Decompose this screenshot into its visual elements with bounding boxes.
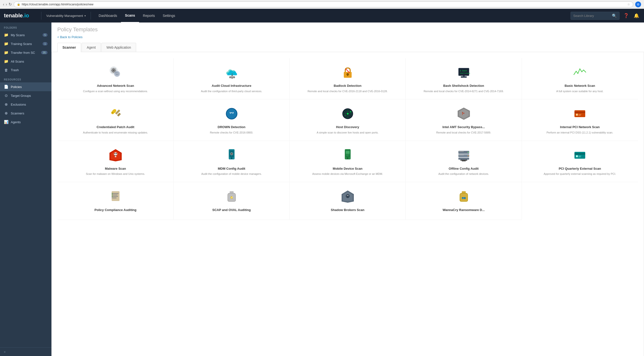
policy-icon-wannacry: ! • bbox=[455, 188, 472, 205]
sidebar-label-exclusions: Exclusions bbox=[11, 103, 26, 106]
tab-agent[interactable]: Agent bbox=[82, 43, 101, 52]
sidebar-badge-transfer: 35 bbox=[41, 51, 48, 54]
policy-card-policy-compliance[interactable]: Policy Compliance Auditing bbox=[58, 182, 174, 220]
logo[interactable]: tenable.io bbox=[4, 12, 33, 19]
sidebar-label-target-groups: Target Groups bbox=[11, 94, 31, 98]
policy-name-intel-amt: Intel AMT Security Bypass... bbox=[442, 125, 485, 129]
svg-rect-62 bbox=[346, 151, 350, 154]
svg-text:$ bash: $ bash bbox=[460, 70, 467, 72]
policy-desc-badlock: Remote and local checks for CVE-2016-211… bbox=[308, 89, 388, 93]
search-input[interactable] bbox=[573, 14, 610, 18]
policy-desc-mdm-config: Audit the configuration of mobile device… bbox=[201, 172, 262, 176]
policy-name-host-discovery: Host Discovery bbox=[336, 125, 359, 129]
policy-card-credentialed-patch[interactable]: Credentialed Patch Audit Authenticate to… bbox=[58, 99, 174, 141]
svg-point-96 bbox=[464, 197, 466, 199]
policy-card-badlock[interactable]: Badlock Detection Remote and local check… bbox=[290, 58, 406, 99]
browser-bar: ‹ › ↻ 🔒 https://cloud.tenable.com/app.ht… bbox=[0, 0, 644, 9]
sidebar-label-policies: Policies bbox=[11, 85, 22, 89]
policy-desc-malware: Scan for malware on Windows and Unix sys… bbox=[86, 172, 145, 176]
tab-web-application[interactable]: Web Application bbox=[101, 43, 136, 52]
sidebar-item-training-scans[interactable]: 📁 Training Scans 1 bbox=[0, 39, 52, 48]
policy-card-drown[interactable]: DROWN Detection Remote checks for CVE-20… bbox=[174, 99, 290, 141]
svg-rect-75 bbox=[574, 153, 585, 155]
svg-rect-15 bbox=[463, 76, 465, 77]
svg-rect-41 bbox=[576, 114, 578, 116]
nav-reports[interactable]: Reports bbox=[139, 9, 159, 22]
policy-name-pci-quarterly: PCI Quarterly External Scan bbox=[559, 167, 601, 171]
help-icon[interactable]: ❓ bbox=[622, 12, 630, 19]
policy-desc-drown: Remote checks for CVE-2016-0800. bbox=[210, 131, 253, 135]
search-box[interactable]: 🔍 bbox=[570, 12, 620, 20]
resources-label: RESOURCES bbox=[0, 74, 52, 82]
nav-divider bbox=[41, 12, 42, 19]
svg-point-85 bbox=[112, 194, 113, 195]
sidebar-item-policies[interactable]: 📄 Policies bbox=[0, 82, 52, 91]
app-wrapper: FOLDERS 📁 My Scans 5 📁 Training Scans 1 … bbox=[0, 9, 644, 356]
sidebar-item-my-scans[interactable]: 📁 My Scans 5 bbox=[0, 30, 52, 39]
sidebar-badge-my-scans: 5 bbox=[42, 33, 48, 37]
policy-name-mobile-device: Mobile Device Scan bbox=[333, 167, 362, 171]
nav-dropdown[interactable]: Vulnerability Management ▾ bbox=[43, 14, 89, 18]
address-bar[interactable]: 🔒 https://cloud.tenable.com/app.html#/sc… bbox=[14, 1, 633, 7]
policy-desc-advanced-network-scan: Configure a scan without using any recom… bbox=[83, 89, 148, 93]
policy-name-shellshock: Bash Shellshock Detection bbox=[443, 84, 484, 88]
nav-settings[interactable]: Settings bbox=[159, 9, 179, 22]
policy-card-shadow-brokers[interactable]: Shadow Brokers Scan bbox=[290, 182, 406, 220]
sidebar-item-trash[interactable]: 🗑 Trash bbox=[0, 66, 52, 74]
search-icon[interactable]: 🔍 bbox=[612, 13, 617, 18]
policy-card-host-discovery[interactable]: Host Discovery A simple scan to discover… bbox=[290, 99, 406, 141]
star-icon[interactable]: ☆ bbox=[627, 3, 630, 6]
policy-card-internal-pci[interactable]: Internal PCI Network Scan Perform an int… bbox=[522, 99, 638, 141]
svg-point-33 bbox=[350, 111, 352, 113]
policy-card-mdm-config[interactable]: MDM Config Audit Audit the configuration… bbox=[174, 141, 290, 182]
policy-card-pci-quarterly[interactable]: PCI Quarterly External Scan Approved for… bbox=[522, 141, 638, 182]
back-btn[interactable]: ‹ bbox=[3, 2, 4, 6]
policy-card-advanced-network-scan[interactable]: Advanced Network Scan Configure a scan w… bbox=[58, 58, 174, 99]
sidebar-item-all-scans[interactable]: 📁 All Scans bbox=[0, 57, 52, 66]
policy-card-basic-network[interactable]: Basic Network Scan A full system scan su… bbox=[522, 58, 638, 99]
sidebar: FOLDERS 📁 My Scans 5 📁 Training Scans 1 … bbox=[0, 9, 52, 356]
policy-name-credentialed-patch: Credentialed Patch Audit bbox=[96, 125, 134, 129]
policy-icon-basic-network bbox=[571, 64, 588, 81]
policy-card-intel-amt[interactable]: ! Intel AMT Security Bypass... Remote an… bbox=[406, 99, 522, 141]
nav-scans[interactable]: Scans bbox=[121, 9, 139, 22]
svg-rect-65 bbox=[458, 151, 469, 154]
svg-rect-81 bbox=[113, 195, 118, 195]
svg-rect-77 bbox=[578, 156, 581, 156]
reload-btn[interactable]: ↻ bbox=[8, 2, 12, 6]
sidebar-collapse[interactable]: « bbox=[0, 348, 52, 356]
svg-rect-72 bbox=[462, 161, 466, 161]
sidebar-item-scanners[interactable]: ⊕ Scanners bbox=[0, 109, 52, 118]
policy-card-offline-config[interactable]: Offline Config Audit Audit the configura… bbox=[406, 141, 522, 182]
policy-card-shellshock[interactable]: $ bash shellshock Bash Shellshock Detect… bbox=[406, 58, 522, 99]
exclusions-icon: ⊗ bbox=[4, 102, 8, 107]
sidebar-badge-training: 1 bbox=[42, 42, 48, 45]
policy-icon-mdm-config bbox=[223, 147, 240, 164]
sidebar-item-agents[interactable]: 📊 Agents bbox=[0, 118, 52, 126]
nav-right: 🔍 ❓ 🔔 bbox=[570, 12, 640, 20]
back-link[interactable]: < Back to Policies bbox=[57, 35, 82, 39]
profile-avatar[interactable]: O bbox=[635, 1, 641, 7]
bell-icon[interactable]: 🔔 bbox=[633, 12, 640, 19]
sidebar-item-transfer[interactable]: 📁 Transfer from SC 35 bbox=[0, 48, 52, 57]
sidebar-item-target-groups[interactable]: ⊙ Target Groups bbox=[0, 91, 52, 100]
svg-rect-78 bbox=[578, 157, 581, 157]
top-nav: tenable.io Vulnerability Management ▾ Da… bbox=[0, 9, 644, 22]
nav-dashboards[interactable]: Dashboards bbox=[95, 9, 121, 22]
policy-card-malware[interactable]: Malware Scan Scan for malware on Windows… bbox=[58, 141, 174, 182]
policy-name-basic-network: Basic Network Scan bbox=[565, 84, 595, 88]
forward-btn[interactable]: › bbox=[6, 2, 7, 6]
browser-controls: ‹ › ↻ bbox=[3, 2, 12, 6]
svg-point-47 bbox=[114, 153, 115, 154]
tab-scanner[interactable]: Scanner bbox=[57, 43, 81, 52]
policy-card-mobile-device[interactable]: Mobile Device Scan Assess mobile devices… bbox=[290, 141, 406, 182]
sidebar-item-exclusions[interactable]: ⊗ Exclusions bbox=[0, 100, 52, 109]
policy-card-wannacry[interactable]: ! • WannaCry Ransomware D... bbox=[406, 182, 522, 220]
svg-text:!: ! bbox=[462, 112, 463, 116]
policy-card-audit-cloud[interactable]: Audit Cloud Infrastructure Audit the con… bbox=[174, 58, 290, 99]
target-groups-icon: ⊙ bbox=[4, 93, 8, 98]
folder-icon-my-scans: 📁 bbox=[4, 33, 8, 37]
svg-point-38 bbox=[463, 113, 464, 114]
policy-card-scap-oval[interactable]: SCAP and OVAL Auditing bbox=[174, 182, 290, 220]
nav-divider-2 bbox=[90, 12, 91, 19]
